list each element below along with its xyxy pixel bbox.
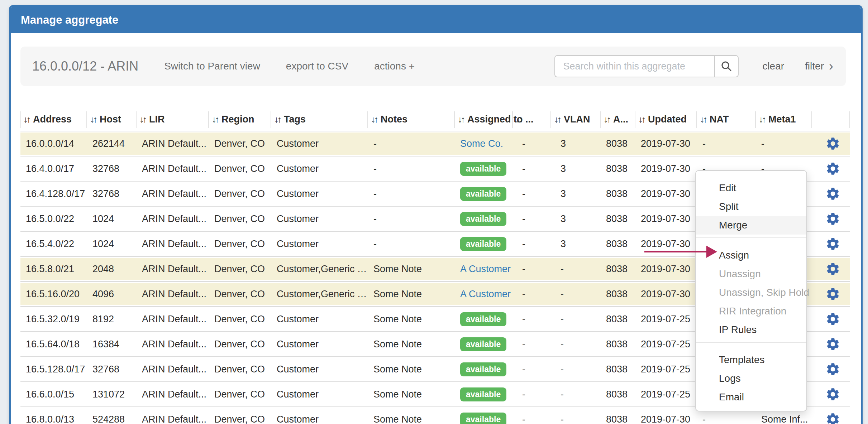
cell-tags: Customer: [271, 364, 368, 375]
menu-item-email[interactable]: Email: [696, 388, 806, 406]
cell-address: 16.5.8.0/21: [20, 264, 87, 275]
cell-address: 16.5.16.0/20: [20, 289, 87, 300]
row-actions-gear-button[interactable]: [825, 161, 840, 176]
column-header-truncated[interactable]: ↓↑...: [513, 111, 551, 128]
row-actions-gear-button[interactable]: [825, 337, 840, 352]
assigned-link[interactable]: A Customer: [460, 289, 511, 299]
column-header-assigned-to[interactable]: ↓↑Assigned to: [455, 111, 513, 128]
sort-icon: ↓↑: [700, 114, 706, 125]
column-label: ...: [525, 114, 534, 125]
table-header-row: ↓↑Address↓↑Host↓↑LIR↓↑Region↓↑Tags↓↑Note…: [20, 108, 850, 131]
available-badge: available: [460, 312, 506, 326]
cell-host: 32768: [87, 364, 137, 375]
column-header-host[interactable]: ↓↑Host: [87, 111, 137, 128]
cell-asn: 8038: [601, 188, 635, 199]
menu-item-ip-rules[interactable]: IP Rules: [696, 321, 806, 339]
cell-updated: 2019-07-30: [635, 414, 697, 424]
column-label: Region: [221, 114, 254, 125]
column-label: Tags: [284, 114, 306, 125]
cell-actions: [812, 261, 850, 276]
menu-item-edit[interactable]: Edit: [696, 179, 806, 197]
menu-item-merge[interactable]: Merge: [696, 216, 806, 235]
menu-divider: [696, 342, 806, 343]
cell-vlan: -: [551, 339, 601, 350]
cell-vlan: -: [551, 364, 601, 375]
sort-icon: ↓↑: [458, 114, 464, 125]
row-actions-gear-button[interactable]: [825, 362, 840, 377]
column-header-nat[interactable]: ↓↑NAT: [697, 111, 756, 128]
search-button[interactable]: [714, 55, 739, 77]
column-header-notes[interactable]: ↓↑Notes: [368, 111, 455, 128]
cell-meta1: Some Inf...: [756, 414, 812, 424]
cell-nat: -: [697, 138, 756, 149]
cell-assigned-to: A Customer: [455, 264, 513, 275]
cell-actions: [812, 136, 850, 151]
column-label: Notes: [381, 114, 407, 125]
cell-host: 2048: [87, 264, 137, 275]
cell-tags: Customer: [271, 238, 368, 250]
column-header-a-truncated[interactable]: ↓↑A...: [601, 111, 635, 128]
row-actions-gear-button[interactable]: [825, 261, 840, 276]
cell-truncated: -: [513, 138, 551, 149]
search-input[interactable]: [554, 55, 714, 77]
cell-lir: ARIN Default...: [137, 389, 209, 400]
row-actions-gear-button[interactable]: [825, 312, 840, 327]
row-actions-gear-button[interactable]: [825, 412, 840, 424]
cell-assigned-to: available: [455, 162, 513, 176]
menu-item-templates[interactable]: Templates: [696, 351, 806, 369]
available-badge: available: [460, 187, 506, 201]
sort-icon: ↓↑: [371, 114, 377, 125]
row-actions-gear-button[interactable]: [825, 211, 840, 226]
row-actions-gear-button[interactable]: [825, 286, 840, 302]
column-label: VLAN: [564, 114, 590, 125]
column-header-vlan[interactable]: ↓↑VLAN: [551, 111, 601, 128]
toolbar-link-actions[interactable]: actions +: [374, 61, 415, 72]
search-group: [554, 55, 739, 77]
menu-item-split[interactable]: Split: [696, 197, 806, 216]
sort-icon: ↓↑: [516, 114, 522, 125]
filter-label: filter: [805, 61, 824, 72]
cell-updated: 2019-07-30: [635, 138, 697, 149]
assigned-link[interactable]: Some Co.: [460, 138, 503, 149]
cell-actions: [812, 286, 850, 302]
row-actions-gear-button[interactable]: [825, 136, 840, 151]
column-header-region[interactable]: ↓↑Region: [209, 111, 271, 128]
cell-host: 4096: [87, 289, 137, 300]
column-header-meta1[interactable]: ↓↑Meta1: [756, 111, 812, 128]
cell-assigned-to: available: [455, 413, 513, 424]
assigned-link[interactable]: A Customer: [460, 264, 511, 274]
cell-assigned-to: available: [455, 337, 513, 351]
filter-button[interactable]: filter ›: [805, 60, 833, 73]
cell-assigned-to: available: [455, 312, 513, 326]
gear-icon: [825, 136, 840, 151]
row-actions-gear-button[interactable]: [825, 186, 840, 201]
column-header-address[interactable]: ↓↑Address: [20, 111, 87, 128]
search-icon: [720, 60, 733, 72]
row-actions-context-menu: EditSplitMergeAssignUnassignUnassign, Sk…: [695, 170, 807, 411]
menu-item-logs[interactable]: Logs: [696, 369, 806, 388]
cell-region: Denver, CO: [209, 238, 271, 250]
toolbar-link-switch-to-parent-view[interactable]: Switch to Parent view: [164, 61, 260, 72]
cell-asn: 8038: [601, 238, 635, 250]
gear-icon: [825, 362, 840, 377]
row-actions-gear-button[interactable]: [825, 236, 840, 251]
clear-button[interactable]: clear: [762, 61, 784, 72]
cell-notes: -: [368, 163, 455, 174]
cell-vlan: -: [551, 414, 601, 424]
table-row[interactable]: 16.0.0.0/14262144ARIN Default...Denver, …: [20, 131, 850, 156]
cell-region: Denver, CO: [209, 188, 271, 199]
toolbar-link-export-to-csv[interactable]: export to CSV: [286, 61, 348, 72]
column-label: A...: [613, 114, 628, 125]
cell-assigned-to: available: [455, 237, 513, 251]
column-header-tags[interactable]: ↓↑Tags: [271, 111, 368, 128]
cell-actions: [812, 337, 850, 352]
column-header-updated[interactable]: ↓↑Updated: [635, 111, 697, 128]
cell-assigned-to: available: [455, 362, 513, 376]
cell-region: Denver, CO: [209, 339, 271, 350]
sort-icon: ↓↑: [139, 114, 146, 125]
cell-asn: 8038: [601, 389, 635, 400]
column-header-lir[interactable]: ↓↑LIR: [137, 111, 209, 128]
row-actions-gear-button[interactable]: [825, 387, 840, 402]
sort-icon: ↓↑: [638, 114, 644, 125]
cell-region: Denver, CO: [209, 163, 271, 174]
